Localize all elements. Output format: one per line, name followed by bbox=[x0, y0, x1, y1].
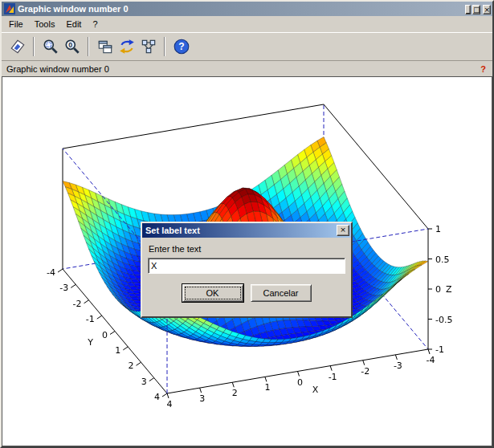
dialog-titlebar[interactable]: Set label text × bbox=[142, 223, 351, 238]
infobar-label: Graphic window number 0 bbox=[6, 64, 109, 74]
minimize-button[interactable]: _ bbox=[465, 5, 471, 14]
toolbar-separator bbox=[164, 37, 165, 56]
set-label-dialog: Set label text × Enter the text OK Cance… bbox=[141, 222, 353, 318]
help-button[interactable]: ? bbox=[170, 36, 192, 58]
menu-edit[interactable]: Edit bbox=[60, 18, 87, 31]
maximize-button[interactable]: □ bbox=[472, 5, 481, 14]
toolbar: 0 bbox=[2, 32, 492, 61]
dialog-close-button[interactable]: × bbox=[337, 225, 349, 236]
titlebar[interactable]: Graphic window number 0 _□× bbox=[2, 2, 492, 16]
graphic-window: Graphic window number 0 _□× File Tools E… bbox=[0, 0, 494, 448]
rotate-3d-button[interactable] bbox=[116, 36, 137, 58]
menu-help[interactable]: ? bbox=[87, 18, 103, 31]
graph-editor-button[interactable] bbox=[137, 36, 159, 58]
infobar: Graphic window number 0 ? bbox=[2, 61, 492, 76]
export-button[interactable] bbox=[6, 36, 28, 58]
dialog-button-row: OK Cancelar bbox=[148, 284, 345, 302]
rotate-3d-icon bbox=[118, 38, 136, 55]
figure-editor-button[interactable] bbox=[94, 36, 116, 58]
window-title: Graphic window number 0 bbox=[18, 4, 463, 14]
menu-tools[interactable]: Tools bbox=[29, 18, 61, 31]
close-button[interactable]: × bbox=[483, 5, 491, 14]
zoom-area-icon bbox=[42, 38, 59, 55]
menu-file[interactable]: File bbox=[3, 18, 29, 31]
unzoom-glyph: 0 bbox=[68, 41, 72, 49]
cancel-button[interactable]: Cancelar bbox=[251, 284, 312, 302]
unzoom-icon: 0 bbox=[63, 38, 81, 55]
graph-editor-icon bbox=[140, 38, 157, 55]
ok-button[interactable]: OK bbox=[182, 284, 243, 302]
dialog-body: Enter the text OK Cancelar bbox=[142, 244, 351, 302]
window-controls: _□× bbox=[463, 4, 491, 14]
help-glyph: ? bbox=[178, 41, 184, 52]
menubar: File Tools Edit ? bbox=[2, 16, 492, 32]
toolbar-separator bbox=[88, 37, 89, 56]
dialog-title: Set label text bbox=[145, 226, 335, 235]
dialog-prompt: Enter the text bbox=[149, 244, 345, 254]
infobar-help-badge[interactable]: ? bbox=[480, 64, 486, 74]
figure-area: Set label text × Enter the text OK Cance… bbox=[2, 76, 492, 446]
unzoom-button[interactable]: 0 bbox=[61, 36, 83, 58]
export-icon bbox=[9, 38, 27, 55]
help-icon: ? bbox=[173, 38, 190, 55]
toolbar-separator bbox=[33, 37, 35, 56]
label-text-input[interactable] bbox=[148, 258, 345, 274]
scilab-icon bbox=[4, 3, 15, 14]
zoom-area-button[interactable] bbox=[39, 36, 61, 58]
figure-editor-icon bbox=[96, 38, 114, 55]
